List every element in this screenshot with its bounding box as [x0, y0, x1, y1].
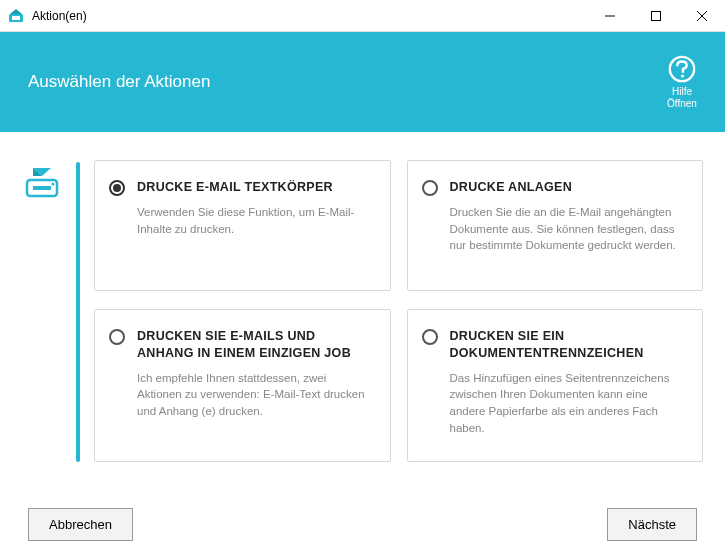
svg-rect-3	[652, 11, 661, 20]
card-body: DRUCKE ANLAGEN Drucken Sie die an die E-…	[450, 179, 687, 272]
content-area: DRUCKE E-MAIL TEXTKÖRPER Verwenden Sie d…	[0, 132, 725, 482]
close-button[interactable]	[679, 0, 725, 31]
window-controls	[587, 0, 725, 31]
options-grid: DRUCKE E-MAIL TEXTKÖRPER Verwenden Sie d…	[94, 160, 703, 462]
option-description: Ich empfehle Ihnen stattdessen, zwei Akt…	[137, 370, 374, 420]
card-body: DRUCKEN SIE E-MAILS UND ANHANG IN EINEM …	[137, 328, 374, 443]
printer-icon	[23, 164, 61, 202]
app-icon	[8, 8, 24, 24]
svg-point-7	[681, 75, 684, 78]
option-description: Das Hinzufügen eines Seitentrennzeichens…	[450, 370, 687, 437]
category-icon-container	[22, 160, 62, 462]
svg-point-10	[52, 183, 55, 186]
page-header: Auswählen der Aktionen HilfeÖffnen	[0, 32, 725, 132]
option-description: Verwenden Sie diese Funktion, um E-Mail-…	[137, 204, 374, 237]
cancel-button[interactable]: Abbrechen	[28, 508, 133, 541]
radio-icon	[422, 329, 438, 345]
radio-icon	[422, 180, 438, 196]
maximize-button[interactable]	[633, 0, 679, 31]
option-print-attachments[interactable]: DRUCKE ANLAGEN Drucken Sie die an die E-…	[407, 160, 704, 291]
option-print-single-job[interactable]: DRUCKEN SIE E-MAILS UND ANHANG IN EINEM …	[94, 309, 391, 462]
titlebar: Aktion(en)	[0, 0, 725, 32]
radio-icon	[109, 329, 125, 345]
svg-rect-1	[12, 16, 20, 20]
option-title: DRUCKE E-MAIL TEXTKÖRPER	[137, 179, 374, 196]
card-body: DRUCKE E-MAIL TEXTKÖRPER Verwenden Sie d…	[137, 179, 374, 272]
footer-bar: Abbrechen Nächste	[0, 493, 725, 555]
option-title: DRUCKEN SIE E-MAILS UND ANHANG IN EINEM …	[137, 328, 374, 362]
card-body: DRUCKEN SIE EIN DOKUMENTENTRENNZEICHEN D…	[450, 328, 687, 443]
svg-rect-9	[33, 186, 51, 190]
option-print-separator[interactable]: DRUCKEN SIE EIN DOKUMENTENTRENNZEICHEN D…	[407, 309, 704, 462]
radio-icon	[109, 180, 125, 196]
window-title: Aktion(en)	[32, 9, 587, 23]
option-title: DRUCKE ANLAGEN	[450, 179, 687, 196]
option-description: Drucken Sie die an die E-Mail angehängte…	[450, 204, 687, 254]
help-button[interactable]: HilfeÖffnen	[667, 54, 697, 110]
vertical-divider	[76, 162, 80, 462]
option-print-email-body[interactable]: DRUCKE E-MAIL TEXTKÖRPER Verwenden Sie d…	[94, 160, 391, 291]
help-label: HilfeÖffnen	[667, 86, 697, 110]
minimize-button[interactable]	[587, 0, 633, 31]
next-button[interactable]: Nächste	[607, 508, 697, 541]
help-icon	[667, 54, 697, 84]
page-title: Auswählen der Aktionen	[28, 72, 210, 92]
option-title: DRUCKEN SIE EIN DOKUMENTENTRENNZEICHEN	[450, 328, 687, 362]
